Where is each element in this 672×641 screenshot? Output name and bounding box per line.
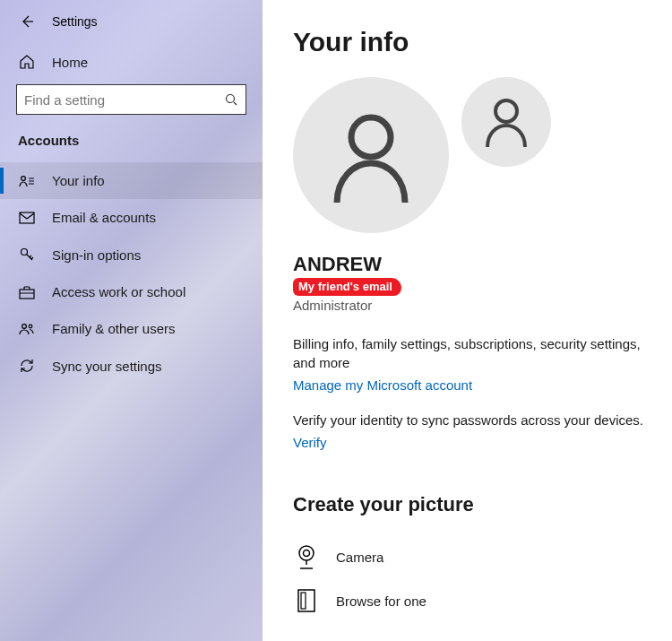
avatar-large <box>293 77 449 233</box>
svg-point-0 <box>227 95 235 103</box>
home-nav-item[interactable]: Home <box>0 43 263 81</box>
search-box[interactable] <box>16 84 246 115</box>
home-label: Home <box>52 55 88 70</box>
sidebar-header: Settings <box>0 0 263 43</box>
svg-point-5 <box>22 324 27 328</box>
nav-sync-settings[interactable]: Sync your settings <box>0 347 263 385</box>
main-content: Your info ANDREW My friend's email Admin… <box>263 0 672 641</box>
user-name: ANDREW <box>293 253 645 276</box>
svg-point-3 <box>22 249 28 256</box>
search-container <box>0 81 263 124</box>
nav-signin-options[interactable]: Sign-in options <box>0 236 263 273</box>
person-icon <box>324 106 418 204</box>
people-icon <box>18 322 36 336</box>
svg-point-6 <box>29 325 32 328</box>
key-icon <box>18 247 36 263</box>
create-picture-heading: Create your picture <box>293 493 645 516</box>
your-info-icon <box>18 175 36 187</box>
manage-account-link[interactable]: Manage my Microsoft account <box>293 377 472 393</box>
nav-family-users[interactable]: Family & other users <box>0 310 263 347</box>
nav-label: Your info <box>52 173 105 188</box>
email-icon <box>18 212 36 224</box>
avatar-small[interactable] <box>461 77 551 167</box>
verify-link[interactable]: Verify <box>293 435 327 450</box>
window-title: Settings <box>52 14 98 29</box>
avatar-row <box>293 77 645 247</box>
svg-rect-2 <box>20 212 34 223</box>
nav-your-info[interactable]: Your info <box>0 162 263 199</box>
redacted-email: My friend's email <box>293 278 401 296</box>
svg-point-9 <box>299 546 314 560</box>
sync-icon <box>18 358 36 374</box>
back-button[interactable] <box>18 13 36 30</box>
search-icon <box>224 92 238 110</box>
verify-description: Verify your identity to sync passwords a… <box>293 411 645 429</box>
svg-point-7 <box>351 117 391 157</box>
browse-icon <box>293 588 320 613</box>
nav-label: Email & accounts <box>52 210 156 225</box>
svg-point-8 <box>495 100 517 122</box>
nav-label: Sign-in options <box>52 247 141 263</box>
camera-option[interactable]: Camera <box>293 534 645 579</box>
page-title: Your info <box>293 27 645 57</box>
camera-icon <box>293 543 320 570</box>
nav-email-accounts[interactable]: Email & accounts <box>0 199 263 236</box>
category-heading: Accounts <box>0 124 263 162</box>
settings-sidebar: Settings Home Accounts Your info Email &… <box>0 0 263 641</box>
billing-description: Billing info, family settings, subscript… <box>293 334 645 372</box>
nav-label: Family & other users <box>52 321 176 336</box>
home-icon <box>18 54 36 70</box>
svg-point-10 <box>304 550 310 557</box>
svg-point-1 <box>22 176 26 180</box>
browse-label: Browse for one <box>336 593 426 609</box>
arrow-left-icon <box>20 14 34 29</box>
svg-rect-4 <box>20 290 34 299</box>
nav-label: Sync your settings <box>52 359 162 374</box>
briefcase-icon <box>18 285 36 299</box>
search-input[interactable] <box>24 92 215 108</box>
svg-rect-12 <box>301 593 306 609</box>
browse-option[interactable]: Browse for one <box>293 579 645 622</box>
nav-label: Access work or school <box>52 284 185 299</box>
nav-access-work-school[interactable]: Access work or school <box>0 273 263 310</box>
person-icon <box>481 95 531 149</box>
user-role: Administrator <box>293 298 645 313</box>
camera-label: Camera <box>336 550 383 565</box>
